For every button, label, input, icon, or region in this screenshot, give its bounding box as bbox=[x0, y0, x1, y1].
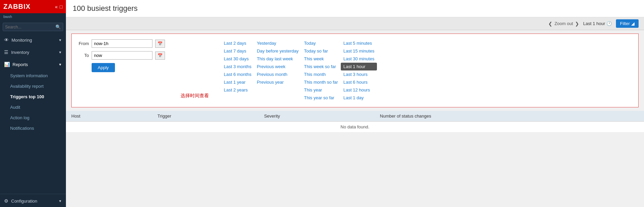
search-icon: 🔍 bbox=[55, 24, 61, 29]
quick-time-previous-year[interactable]: Previous year bbox=[254, 78, 302, 86]
quick-time-last-1-year[interactable]: Last 1 year bbox=[221, 78, 254, 86]
col-host: Host bbox=[66, 111, 152, 122]
sidebar-item-monitoring[interactable]: 👁 Monitoring ▼ bbox=[0, 34, 66, 46]
sidebar-item-system-information[interactable]: System information bbox=[0, 70, 66, 81]
quick-time-last-5-minutes[interactable]: Last 5 minutes bbox=[341, 39, 377, 47]
reports-icon: 📊 bbox=[4, 62, 10, 67]
sidebar-item-label: Monitoring bbox=[11, 38, 32, 43]
no-data-row: No data found. bbox=[66, 122, 644, 132]
from-calendar-button[interactable]: 📅 bbox=[155, 40, 165, 48]
quick-time-last-12-hours[interactable]: Last 12 hours bbox=[341, 86, 377, 94]
quick-time-panel: Last 2 daysLast 7 daysLast 30 daysLast 3… bbox=[221, 39, 633, 102]
quick-time-previous-month[interactable]: Previous month bbox=[254, 70, 302, 78]
quick-time-col3: TodayToday so farThis weekThis week so f… bbox=[301, 39, 340, 102]
zoom-controls: ❮ Zoom out ❯ bbox=[548, 21, 579, 26]
col-trigger: Trigger bbox=[152, 111, 259, 122]
monitoring-icon: 👁 bbox=[4, 37, 9, 43]
zoom-back-icon[interactable]: ❮ bbox=[548, 21, 552, 26]
main-body: From 📅 To 📅 Apply 选择时间查看 bbox=[66, 30, 644, 207]
chevron-down-icon: ▼ bbox=[58, 63, 62, 66]
sidebar-item-configuration[interactable]: ⚙ Configuration ▼ bbox=[0, 195, 66, 207]
sidebar-username: bwxh bbox=[0, 13, 66, 21]
quick-time-this-year[interactable]: This year bbox=[301, 86, 340, 94]
toolbar-time: Last 1 hour 🕐 bbox=[583, 21, 612, 26]
col-severity: Severity bbox=[259, 111, 375, 122]
sidebar-item-availability-report[interactable]: Availability report bbox=[0, 81, 66, 91]
sidebar-item-triggers-top-100[interactable]: Triggers top 100 bbox=[0, 91, 66, 102]
chevron-down-icon: ▼ bbox=[58, 38, 62, 42]
gear-icon: ⚙ bbox=[4, 198, 8, 204]
quick-time-today-so-far[interactable]: Today so far bbox=[301, 47, 340, 55]
quick-time-last-6-hours[interactable]: Last 6 hours bbox=[341, 78, 377, 86]
quick-time-this-month-so-far[interactable]: This month so far bbox=[301, 78, 340, 86]
zoom-out-label: Zoom out bbox=[554, 21, 573, 26]
quick-time-day-before-yesterday[interactable]: Day before yesterday bbox=[254, 47, 302, 55]
quick-time-today[interactable]: Today bbox=[301, 39, 340, 47]
sidebar: ZABBIX « □ bwxh 🔍 👁 Monitoring ▼ ☰ Inven… bbox=[0, 0, 66, 207]
sidebar-item-reports[interactable]: 📊 Reports ▼ bbox=[0, 58, 66, 70]
divider bbox=[0, 194, 66, 194]
quick-time-previous-week[interactable]: Previous week bbox=[254, 63, 302, 70]
quick-time-grid: Last 2 daysLast 7 daysLast 30 daysLast 3… bbox=[221, 39, 633, 102]
toolbar-time-label: Last 1 hour bbox=[583, 21, 605, 26]
filter-panel: From 📅 To 📅 Apply 选择时间查看 bbox=[71, 34, 639, 107]
quick-time-col4: Last 5 minutesLast 15 minutesLast 30 min… bbox=[341, 39, 377, 102]
to-label: To bbox=[77, 53, 89, 58]
table-body: No data found. bbox=[66, 122, 644, 132]
inventory-icon: ☰ bbox=[4, 49, 8, 55]
quick-time-last-30-days[interactable]: Last 30 days bbox=[221, 55, 254, 63]
filter-from-row: From 📅 bbox=[77, 39, 172, 48]
table-header: Host Trigger Severity Number of status c… bbox=[66, 111, 644, 122]
filter-button[interactable]: Filter ◢ bbox=[616, 19, 639, 28]
chevron-down-icon: ▼ bbox=[58, 199, 62, 203]
from-input[interactable] bbox=[92, 39, 152, 48]
quick-time-last-3-months[interactable]: Last 3 months bbox=[221, 63, 254, 70]
quick-time-last-1-hour[interactable]: Last 1 hour bbox=[341, 63, 377, 70]
quick-time-last-6-months[interactable]: Last 6 months bbox=[221, 70, 254, 78]
filter-label: Filter bbox=[620, 21, 630, 26]
quick-time-last-3-hours[interactable]: Last 3 hours bbox=[341, 70, 377, 78]
toolbar: ❮ Zoom out ❯ Last 1 hour 🕐 Filter ◢ bbox=[66, 17, 644, 30]
main-header: 100 busiest triggers bbox=[66, 0, 644, 17]
filter-apply-row: Apply bbox=[77, 63, 172, 72]
data-table: Host Trigger Severity Number of status c… bbox=[66, 111, 644, 132]
app-logo: ZABBIX bbox=[3, 3, 30, 11]
quick-time-this-month[interactable]: This month bbox=[301, 70, 340, 78]
quick-time-last-15-minutes[interactable]: Last 15 minutes bbox=[341, 47, 377, 55]
quick-time-col1: Last 2 daysLast 7 daysLast 30 daysLast 3… bbox=[221, 39, 254, 102]
quick-time-this-day-last-week[interactable]: This day last week bbox=[254, 55, 302, 63]
sidebar-item-label: Configuration bbox=[11, 199, 37, 204]
quick-time-last-7-days[interactable]: Last 7 days bbox=[221, 47, 254, 55]
zoom-forward-icon[interactable]: ❯ bbox=[575, 21, 579, 26]
sidebar-search-box[interactable]: 🔍 bbox=[3, 23, 63, 31]
expand-icon[interactable]: □ bbox=[60, 4, 63, 9]
from-label: From bbox=[77, 41, 89, 46]
quick-time-last-30-minutes[interactable]: Last 30 minutes bbox=[341, 55, 377, 63]
sidebar-item-notifications[interactable]: Notifications bbox=[0, 123, 66, 133]
no-data-cell: No data found. bbox=[66, 122, 644, 132]
quick-time-last-1-day[interactable]: Last 1 day bbox=[341, 94, 377, 102]
sidebar-header-icons: « □ bbox=[55, 4, 63, 9]
to-input[interactable] bbox=[92, 51, 152, 60]
quick-time-this-week[interactable]: This week bbox=[301, 55, 340, 63]
page-title: 100 busiest triggers bbox=[73, 4, 138, 13]
filter-form: From 📅 To 📅 Apply bbox=[77, 39, 172, 102]
quick-time-yesterday[interactable]: Yesterday bbox=[254, 39, 302, 47]
to-calendar-button[interactable]: 📅 bbox=[155, 51, 165, 60]
sidebar-item-inventory[interactable]: ☰ Inventory ▼ bbox=[0, 46, 66, 58]
quick-time-this-year-so-far[interactable]: This year so far bbox=[301, 94, 340, 102]
filter-icon: ◢ bbox=[631, 21, 635, 26]
quick-time-last-2-days[interactable]: Last 2 days bbox=[221, 39, 254, 47]
sidebar-item-audit[interactable]: Audit bbox=[0, 102, 66, 112]
sidebar-header: ZABBIX « □ bbox=[0, 0, 66, 13]
sidebar-item-label: Inventory bbox=[11, 50, 29, 55]
col-status-changes: Number of status changes bbox=[375, 111, 644, 122]
apply-button[interactable]: Apply bbox=[92, 63, 115, 72]
quick-time-last-2-years[interactable]: Last 2 years bbox=[221, 86, 254, 94]
sidebar-item-action-log[interactable]: Action log bbox=[0, 112, 66, 123]
search-input[interactable] bbox=[5, 25, 55, 29]
collapse-icon[interactable]: « bbox=[55, 4, 58, 9]
chevron-down-icon: ▼ bbox=[58, 50, 62, 54]
quick-time-col2: YesterdayDay before yesterdayThis day la… bbox=[254, 39, 302, 102]
quick-time-this-week-so-far[interactable]: This week so far bbox=[301, 63, 340, 70]
